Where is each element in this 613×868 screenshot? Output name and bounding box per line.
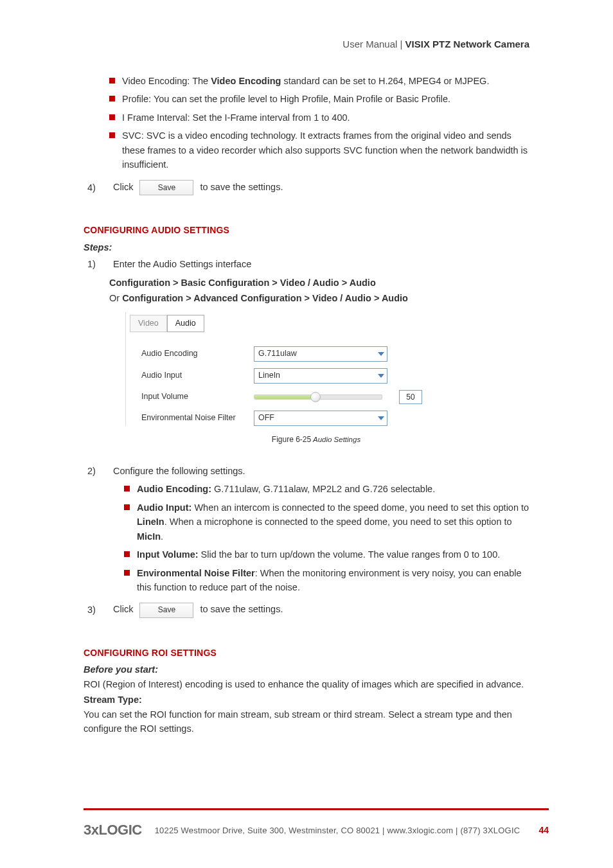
figure-caption: Figure 6-25 Audio Settings bbox=[84, 434, 529, 446]
chevron-down-icon bbox=[375, 347, 387, 361]
header-user-manual: User Manual bbox=[342, 39, 397, 49]
step-number: 4) bbox=[84, 181, 113, 195]
slider-fill bbox=[254, 395, 318, 399]
brand-logo: 3xLOGIC bbox=[84, 822, 142, 838]
bullet-bold: Environmental Noise Filter bbox=[137, 568, 255, 578]
chevron-down-icon bbox=[375, 411, 387, 425]
page-header: User Manual | VISIX PTZ Network Camera bbox=[84, 39, 529, 49]
stream-type-label: Stream Type: bbox=[84, 693, 529, 707]
list-item: Input Volume: Slid the bar to turn up/do… bbox=[84, 547, 529, 562]
page-number: 44 bbox=[538, 825, 549, 835]
bullet-text: When an intercom is connected to the spe… bbox=[191, 502, 529, 513]
step-number: 3) bbox=[84, 603, 113, 617]
nav-or: Or bbox=[109, 293, 122, 303]
bullet-text: standard can be set to H.264, MPEG4 or M… bbox=[281, 76, 489, 86]
step-1: 1) Enter the Audio Settings interface bbox=[84, 257, 529, 271]
figure-title: Audio Settings bbox=[311, 436, 360, 443]
bullet-bold: LineIn bbox=[137, 517, 164, 527]
list-item: Environmental Noise Filter: When the mon… bbox=[84, 566, 529, 595]
step-post: to save the settings. bbox=[200, 182, 283, 192]
tab-video[interactable]: Video bbox=[130, 315, 167, 332]
dropdown-value: OFF bbox=[258, 412, 274, 424]
bullet-text: Slid the bar to turn up/down the volume.… bbox=[199, 549, 501, 560]
bullet-text: Set the I-Frame interval from 1 to 400. bbox=[190, 112, 350, 123]
section-title-roi: CONFIGURING ROI SETTINGS bbox=[84, 646, 529, 660]
bullet-text: . bbox=[161, 531, 163, 542]
header-product: VISIX PTZ Network Camera bbox=[405, 39, 529, 49]
footer-row: 3xLOGIC 10225 Westmoor Drive, Suite 300,… bbox=[84, 822, 549, 838]
roi-para-1: ROI (Region of Interest) encoding is use… bbox=[84, 677, 529, 691]
roi-para-2: You can set the ROI function for main st… bbox=[84, 707, 529, 736]
step-pre: Click bbox=[113, 604, 133, 614]
list-item: I Frame Interval: Set the I-Frame interv… bbox=[84, 111, 529, 125]
nav-path-2-line: Or Configuration > Advanced Configuratio… bbox=[84, 291, 529, 305]
list-item: Profile: You can set the profile level t… bbox=[84, 92, 529, 106]
dropdown-noise-filter[interactable]: OFF bbox=[254, 411, 387, 426]
step-text: Configure the following settings. bbox=[113, 464, 529, 478]
slider-cell: 50 bbox=[254, 390, 422, 404]
label-audio-encoding: Audio Encoding bbox=[141, 348, 254, 360]
figure-number: Figure 6-25 bbox=[272, 435, 311, 444]
row-audio-encoding: Audio Encoding G.711ulaw bbox=[126, 346, 428, 362]
bullet-prefix: Video Encoding: bbox=[122, 76, 190, 86]
bullet-text: SVC is a video encoding technology. It e… bbox=[122, 130, 528, 170]
save-button[interactable]: Save bbox=[139, 180, 193, 195]
label-audio-input: Audio Input bbox=[141, 369, 254, 382]
audio-settings-panel: Video Audio Audio Encoding G.711ulaw Aud… bbox=[125, 312, 428, 426]
step-post: to save the settings. bbox=[200, 604, 283, 614]
tab-audio[interactable]: Audio bbox=[167, 315, 204, 332]
step-text: Click Save to save the settings. bbox=[113, 602, 529, 617]
chevron-down-icon bbox=[375, 369, 387, 383]
bullet-text: The bbox=[190, 76, 211, 86]
before-you-start: Before you start: bbox=[84, 662, 529, 677]
top-bullet-list: Video Encoding: The Video Encoding stand… bbox=[84, 74, 529, 172]
bullet-bold: Audio Input: bbox=[137, 502, 191, 513]
steps-label: Steps: bbox=[84, 240, 529, 254]
step-text: Enter the Audio Settings interface bbox=[113, 257, 529, 271]
step-number: 2) bbox=[84, 464, 113, 478]
step-text: Click Save to save the settings. bbox=[113, 180, 529, 195]
step-number: 1) bbox=[84, 257, 113, 271]
tabs: Video Audio bbox=[126, 312, 428, 332]
step-2: 2) Configure the following settings. bbox=[84, 464, 529, 478]
dropdown-audio-encoding[interactable]: G.711ulaw bbox=[254, 346, 387, 362]
content: Video Encoding: The Video Encoding stand… bbox=[84, 74, 529, 736]
list-item: Audio Encoding: G.711ulaw, G.711alaw, MP… bbox=[84, 482, 529, 496]
volume-value[interactable]: 50 bbox=[399, 390, 422, 404]
bullet-text: You can set the profile level to High Pr… bbox=[151, 94, 450, 104]
nav-path-2: Configuration > Advanced Configuration >… bbox=[122, 293, 408, 303]
bullet-bold: Audio Encoding: bbox=[137, 484, 211, 494]
volume-slider[interactable] bbox=[254, 391, 382, 403]
bullet-bold: Video Encoding bbox=[211, 76, 281, 86]
footer-address: 10225 Westmoor Drive, Suite 300, Westmin… bbox=[155, 826, 526, 835]
bullet-text: G.711ulaw, G.711alaw, MP2L2 and G.726 se… bbox=[211, 484, 435, 494]
label-input-volume: Input Volume bbox=[141, 391, 254, 403]
step2-bullet-list: Audio Encoding: G.711ulaw, G.711alaw, MP… bbox=[84, 482, 529, 594]
bullet-prefix: Profile: bbox=[122, 94, 151, 104]
save-button[interactable]: Save bbox=[139, 603, 193, 618]
bullet-prefix: SVC: bbox=[122, 130, 144, 141]
step-4: 4) Click Save to save the settings. bbox=[84, 180, 529, 195]
row-audio-input: Audio Input LineIn bbox=[126, 368, 428, 384]
list-item: Audio Input: When an intercom is connect… bbox=[84, 500, 529, 544]
footer-rule bbox=[84, 808, 549, 810]
row-noise-filter: Environmental Noise Filter OFF bbox=[126, 411, 428, 426]
page: User Manual | VISIX PTZ Network Camera V… bbox=[0, 0, 613, 868]
bullet-prefix: I Frame Interval: bbox=[122, 112, 190, 123]
row-input-volume: Input Volume 50 bbox=[126, 390, 428, 404]
page-footer: 3xLOGIC 10225 Westmoor Drive, Suite 300,… bbox=[84, 808, 549, 838]
header-sep: | bbox=[397, 39, 405, 49]
label-noise-filter: Environmental Noise Filter bbox=[141, 412, 254, 424]
list-item: SVC: SVC is a video encoding technology.… bbox=[84, 128, 529, 172]
dropdown-value: G.711ulaw bbox=[258, 348, 297, 360]
bullet-bold: MicIn bbox=[137, 531, 161, 542]
list-item: Video Encoding: The Video Encoding stand… bbox=[84, 74, 529, 88]
bullet-bold: Input Volume: bbox=[137, 549, 199, 560]
step-pre: Click bbox=[113, 182, 133, 192]
dropdown-value: LineIn bbox=[258, 369, 280, 382]
dropdown-audio-input[interactable]: LineIn bbox=[254, 368, 387, 384]
bullet-text: . When a microphone is connected to the … bbox=[164, 517, 512, 527]
slider-thumb[interactable] bbox=[310, 392, 321, 402]
section-title-audio: CONFIGURING AUDIO SETTINGS bbox=[84, 224, 529, 238]
nav-path-1: Configuration > Basic Configuration > Vi… bbox=[84, 276, 529, 290]
